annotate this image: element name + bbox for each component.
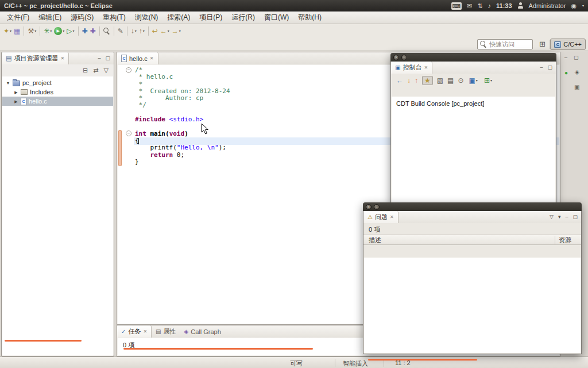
- pin-console-button[interactable]: ⊙: [458, 77, 463, 84]
- minimize-view-button[interactable]: –: [565, 214, 568, 220]
- next-annotation-button[interactable]: ↓▾: [130, 25, 138, 37]
- code-comment: * Created on: 2012-8-24: [135, 87, 230, 95]
- display-selected-console-button[interactable]: ▣▾: [468, 75, 479, 86]
- close-icon[interactable]: ✕: [390, 215, 394, 220]
- minimize-view-button[interactable]: –: [98, 56, 100, 61]
- show-error-in-editor-button[interactable]: ★: [422, 76, 433, 85]
- view-menu-button[interactable]: ▽: [104, 67, 109, 74]
- menu-refactor[interactable]: 重构(T): [98, 12, 130, 24]
- tab-console[interactable]: ▣ 控制台 ✕: [391, 62, 432, 74]
- project-explorer-toolbar: ⊟ ⇄ ▽: [2, 64, 114, 76]
- problems-window-titlebar[interactable]: ✕ –: [363, 202, 582, 211]
- save-button[interactable]: ▦: [13, 25, 21, 37]
- show-output-button[interactable]: ←: [396, 77, 403, 84]
- column-resource[interactable]: 资源: [555, 236, 581, 244]
- fast-view-run-icon[interactable]: ●: [564, 70, 568, 76]
- session-menu-icon[interactable]: ◉: [571, 3, 577, 9]
- back-button[interactable]: ←▾: [159, 25, 171, 37]
- clear-console-button[interactable]: ▧: [437, 77, 443, 84]
- run-button[interactable]: ▶▾: [53, 25, 65, 37]
- quick-access-box[interactable]: 快速访问: [477, 39, 533, 49]
- menu-search[interactable]: 搜索(A): [163, 12, 195, 24]
- code-punctuation: ): [184, 130, 188, 137]
- fast-view-make-icon[interactable]: ▣: [574, 84, 579, 90]
- editor-minimize-button[interactable]: –: [564, 55, 567, 60]
- filter-button[interactable]: ▽: [550, 214, 554, 220]
- menu-source[interactable]: 源码(S): [66, 12, 98, 24]
- collapse-all-button[interactable]: ⊟: [83, 67, 88, 74]
- view-menu-button[interactable]: ▾: [558, 214, 561, 220]
- menu-project[interactable]: 项目(P): [195, 12, 227, 24]
- user-name[interactable]: Administrator: [529, 2, 566, 9]
- status-writable: 可写: [290, 359, 303, 368]
- open-perspective-button[interactable]: ⊞: [539, 40, 546, 48]
- fold-marker-icon[interactable]: −: [126, 67, 131, 73]
- horizontal-scroll-indicator[interactable]: [123, 348, 313, 350]
- tab-project-explorer[interactable]: ▤ 项目资源管理器 ✕: [2, 52, 69, 64]
- build-button[interactable]: ⚒▾: [26, 25, 37, 37]
- menu-file[interactable]: 文件(F): [2, 12, 34, 24]
- tab-tasks[interactable]: ✓ 任务 ✕: [117, 325, 152, 338]
- code-area[interactable]: /* * hello.c * * Created on: 2012-8-24 *…: [135, 67, 230, 166]
- new-cpp-file-button[interactable]: ✚: [89, 25, 97, 37]
- minimize-view-button[interactable]: –: [540, 65, 543, 70]
- maximize-view-button[interactable]: ▢: [572, 214, 578, 220]
- tab-properties[interactable]: ▤ 属性: [152, 325, 180, 338]
- previous-error-button[interactable]: ↑: [415, 77, 418, 84]
- window-minimize-icon[interactable]: –: [374, 204, 380, 210]
- window-minimize-icon[interactable]: –: [401, 55, 407, 60]
- mark-occurrences-button[interactable]: ✎: [117, 25, 125, 37]
- horizontal-scroll-indicator[interactable]: [5, 340, 82, 342]
- maximize-view-button[interactable]: ▢: [547, 65, 552, 70]
- link-with-editor-button[interactable]: ⇄: [93, 67, 98, 74]
- menu-window[interactable]: 窗口(W): [260, 12, 293, 24]
- close-icon[interactable]: ✕: [424, 66, 428, 70]
- expander-closed-icon[interactable]: ▶: [14, 99, 18, 103]
- fast-view-outline-icon[interactable]: ✳: [574, 69, 579, 76]
- network-icon[interactable]: ⇅: [477, 3, 482, 9]
- console-window-titlebar[interactable]: ✕ –: [390, 53, 556, 62]
- window-close-icon[interactable]: ✕: [393, 55, 399, 60]
- tab-call-graph[interactable]: ◈ Call Graph: [180, 325, 225, 338]
- tree-item-hello-c[interactable]: ▶ C hello.c: [2, 97, 113, 106]
- clock[interactable]: 11:33: [496, 2, 512, 9]
- close-icon[interactable]: ✕: [60, 56, 64, 61]
- horizontal-scroll-indicator[interactable]: [368, 359, 477, 361]
- perspective-cpp-button[interactable]: C C/C++: [550, 39, 586, 50]
- menu-edit[interactable]: 编辑(E): [34, 12, 66, 24]
- external-tools-button[interactable]: ▷▾: [65, 25, 75, 37]
- maximize-view-button[interactable]: ▢: [105, 56, 110, 61]
- search-button[interactable]: [102, 25, 111, 37]
- debug-button[interactable]: ✳▾: [42, 25, 53, 37]
- close-icon[interactable]: ✕: [150, 56, 154, 61]
- expander-closed-icon[interactable]: ▶: [14, 90, 18, 94]
- volume-icon[interactable]: ♪: [488, 3, 492, 9]
- scroll-lock-button[interactable]: ▤: [447, 77, 454, 84]
- console-output[interactable]: CDT Build Console [pc_project]: [392, 97, 555, 203]
- project-explorer-icon: ▤: [6, 55, 11, 62]
- open-console-button[interactable]: ⊞▾: [483, 75, 493, 86]
- tab-problems[interactable]: ⚠ 问题 ✕: [363, 211, 399, 223]
- problems-table-body[interactable]: [364, 258, 581, 353]
- last-edit-location-button[interactable]: ↩: [151, 25, 159, 37]
- column-description[interactable]: 描述: [363, 236, 555, 244]
- window-close-icon[interactable]: ✕: [366, 204, 372, 210]
- editor-maximize-button[interactable]: ▢: [574, 55, 579, 60]
- tab-hello-c[interactable]: C hello.c ✕: [117, 52, 158, 64]
- code-call: printf(: [135, 144, 177, 151]
- close-icon[interactable]: ✕: [143, 329, 147, 334]
- tree-item-includes[interactable]: ▶ Includes: [2, 87, 113, 97]
- menu-run[interactable]: 运行(R): [227, 12, 260, 24]
- menu-navigate[interactable]: 浏览(N): [130, 12, 163, 24]
- previous-annotation-button[interactable]: ↑▾: [138, 25, 146, 37]
- expander-open-icon[interactable]: ▼: [6, 81, 10, 85]
- new-c-file-button[interactable]: ✚: [81, 25, 89, 37]
- next-error-button[interactable]: ↓: [407, 77, 411, 84]
- new-wizard-button[interactable]: ✦▾: [2, 25, 13, 37]
- forward-button[interactable]: →▾: [171, 25, 182, 37]
- tree-item-project[interactable]: ▼ pc_project: [2, 78, 113, 87]
- fold-marker-icon[interactable]: −: [126, 131, 131, 136]
- keyboard-indicator-icon[interactable]: ⌨: [451, 2, 462, 10]
- menu-help[interactable]: 帮助(H): [293, 12, 326, 24]
- messages-icon[interactable]: ✉: [467, 3, 472, 9]
